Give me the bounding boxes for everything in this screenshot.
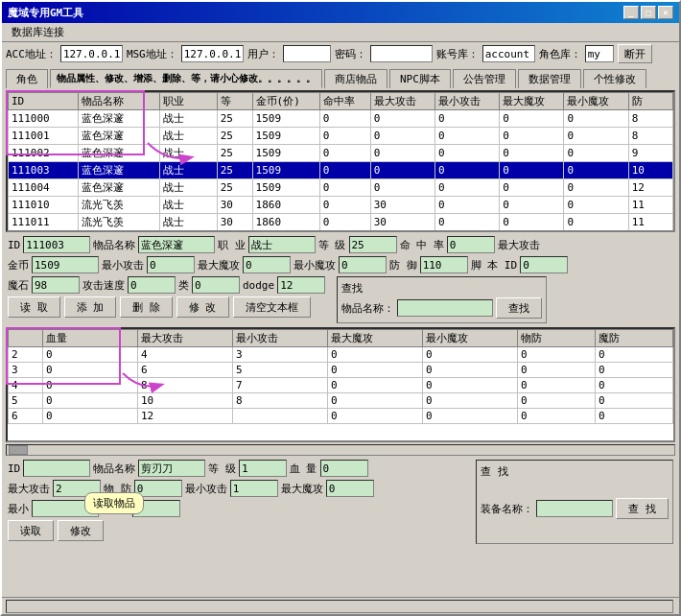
bmaxmag-input[interactable]: [326, 480, 374, 497]
bid-input[interactable]: [23, 460, 90, 477]
minimize-button[interactable]: _: [623, 6, 639, 19]
table-row[interactable]: 5 0 10 8 0 0 0 0: [9, 393, 673, 409]
statusbar: [2, 597, 679, 614]
bpdef-label: 物 防: [104, 482, 131, 496]
th-level: 等: [217, 93, 252, 110]
search-name-input[interactable]: [397, 299, 493, 317]
tab-role[interactable]: 角色: [6, 69, 48, 88]
tab-npc[interactable]: NPC脚本: [389, 69, 451, 88]
dodge-label: dodge: [243, 279, 274, 292]
def-label: 防 御: [389, 258, 417, 272]
bth-minatk: 最小攻击: [233, 330, 328, 347]
bminatk-input[interactable]: [230, 480, 278, 497]
atkspd-label: 攻击速度: [82, 278, 125, 293]
table-row[interactable]: 111004 蓝色深邃 战士 25 1509 0 0 0 0 0 12: [9, 179, 673, 197]
hit-input[interactable]: [447, 236, 495, 253]
th-def: 防: [628, 93, 672, 110]
bminmag-input[interactable]: [32, 500, 99, 517]
blevel-input[interactable]: [239, 460, 287, 477]
connection-toolbar: ACC地址： MSG地址： 用户： 密码： 账号库： 角色库： 断开: [2, 42, 679, 65]
def-input[interactable]: [420, 256, 468, 273]
minatk-input[interactable]: [147, 256, 195, 273]
bhp-label: 血 量: [290, 462, 317, 476]
bmodify-button[interactable]: 修改: [58, 520, 104, 541]
th-job: 职业: [160, 93, 217, 110]
table-row[interactable]: 111002 蓝色深邃 战士 25 1509 0 0 0 0 0 9: [9, 145, 673, 162]
bsearch-button[interactable]: 查 找: [616, 498, 669, 519]
bmdef-input[interactable]: [132, 500, 180, 517]
table-row[interactable]: 111001 蓝色深邃 战士 25 1509 0 0 0 0 0 8: [9, 128, 673, 145]
bmaxatk-input[interactable]: [53, 480, 101, 497]
minmag-label: 最小魔攻: [294, 258, 336, 272]
search-button[interactable]: 查找: [496, 297, 542, 319]
add-button[interactable]: 添 加: [64, 296, 117, 318]
tab-item[interactable]: 物品属性、修改、增添、删除、等，请小心修改。。。。。。: [50, 69, 322, 88]
level-input[interactable]: [349, 236, 397, 253]
maximize-button[interactable]: □: [641, 6, 656, 19]
bth-id: [9, 330, 43, 347]
th-price: 金币(价): [252, 93, 319, 110]
bth-maxatk: 最大攻击: [138, 330, 233, 347]
dodge-input[interactable]: [277, 276, 325, 294]
acc-input[interactable]: [60, 45, 123, 62]
tab-notice[interactable]: 公告管理: [453, 69, 516, 88]
table-row[interactable]: 111010 流光飞羡 战士 30 1860 0 30 0 0 0 11: [9, 197, 673, 214]
bminmag-label: 最小: [8, 502, 29, 516]
gold-input[interactable]: [32, 256, 99, 273]
maxmag-input[interactable]: [243, 256, 291, 273]
bpdef-input[interactable]: [134, 480, 182, 497]
job-input[interactable]: [248, 236, 316, 253]
hit-label: 命 中 率: [400, 238, 444, 252]
title-buttons: _ □ ×: [623, 6, 673, 19]
search-name-label: 物品名称：: [341, 301, 394, 316]
bname-input[interactable]: [138, 460, 205, 477]
id-input[interactable]: [23, 236, 90, 253]
equip-name-input[interactable]: [536, 500, 613, 517]
bmaxatk-label: 最大攻击: [8, 482, 50, 496]
bth-maxmag: 最大魔攻: [328, 330, 423, 347]
table-row[interactable]: 2 0 4 3 0 0 0 0: [9, 347, 673, 363]
tab-shop[interactable]: 商店物品: [324, 69, 387, 88]
delete-button[interactable]: 删 除: [120, 296, 173, 318]
pwd-input[interactable]: [370, 45, 433, 62]
type-label: 类: [178, 278, 189, 293]
gem-input[interactable]: [32, 276, 80, 294]
read-button[interactable]: 读 取: [8, 296, 60, 318]
role-input[interactable]: [585, 45, 614, 62]
th-name: 物品名称: [78, 93, 160, 110]
table-row[interactable]: 6 0 12 0 0 0 0: [9, 409, 673, 424]
user-input[interactable]: [283, 45, 331, 62]
msg-label: MSG地址：: [127, 47, 177, 61]
id-label: ID: [8, 239, 20, 251]
atkspd-input[interactable]: [128, 276, 176, 294]
table-row[interactable]: 111003 蓝色深邃 战士 25 1509 0 0 0 0 0 10: [9, 162, 673, 179]
gem-label: 魔石: [8, 278, 29, 293]
tab-personal[interactable]: 个性修改: [583, 69, 646, 88]
clear-button[interactable]: 清空文本框: [233, 296, 311, 318]
bmdef-label: 魔 防: [102, 502, 129, 516]
name-input[interactable]: [138, 236, 215, 253]
search-title: 查找: [341, 281, 542, 296]
table-row[interactable]: 4 0 8 7 0 0 0 0: [9, 378, 673, 393]
blevel-label: 等 级: [208, 462, 236, 476]
close-button[interactable]: ×: [658, 6, 673, 19]
table-row[interactable]: 111011 流光飞羡 战士 30 1860 0 30 0 0 0 11: [9, 214, 673, 231]
bootid-input[interactable]: [520, 256, 568, 273]
disconnect-button[interactable]: 断开: [618, 44, 652, 63]
maxatk-label: 最大攻击: [498, 238, 540, 252]
minmag-input[interactable]: [339, 256, 387, 273]
modify-button[interactable]: 修 改: [176, 296, 229, 318]
msg-input[interactable]: [181, 45, 244, 62]
bhp-input[interactable]: [320, 460, 368, 477]
menu-db[interactable]: 数据库连接: [6, 24, 70, 40]
table-row[interactable]: 3 0 6 5 0 0 0 0: [9, 363, 673, 378]
statusbar-panel: [6, 600, 673, 613]
tab-data[interactable]: 数据管理: [518, 69, 581, 88]
bottom-table: 血量 最大攻击 最小攻击 最大魔攻 最小魔攻 物防 魔防 2 0 4: [8, 329, 673, 424]
table-row[interactable]: 111000 蓝色深邃 战士 25 1509 0 0 0 0 0 8: [9, 110, 673, 128]
type-input[interactable]: [192, 276, 240, 294]
db-input[interactable]: [482, 45, 535, 62]
window-title: 魔域专用GM工具: [8, 6, 83, 20]
bread-button[interactable]: 读取: [8, 520, 54, 541]
tab-bar: 角色 物品属性、修改、增添、删除、等，请小心修改。。。。。。 商店物品 NPC脚…: [2, 65, 679, 88]
